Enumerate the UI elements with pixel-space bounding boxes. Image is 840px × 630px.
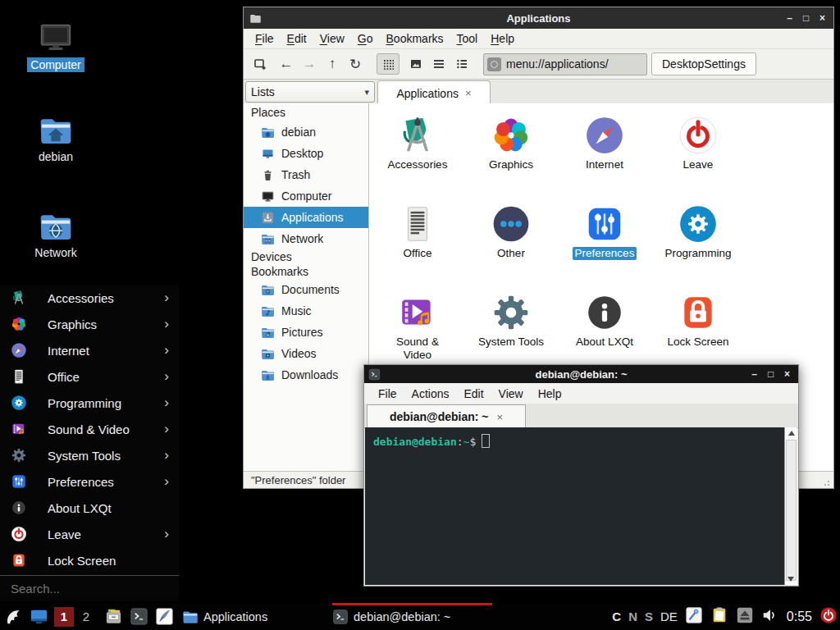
app-category-sound-video[interactable]: Sound & Video bbox=[371, 287, 464, 376]
start-menu-item-lock-screen[interactable]: Lock Screen bbox=[0, 547, 179, 573]
menu-file[interactable]: File bbox=[371, 387, 404, 400]
sidebar-item-documents[interactable]: Documents bbox=[244, 279, 368, 300]
terminal-scrollbar[interactable] bbox=[784, 427, 797, 585]
terminal-launcher[interactable] bbox=[129, 607, 148, 627]
app-category-system-tools[interactable]: System Tools bbox=[464, 287, 558, 376]
path-bar[interactable]: menu://applications/ bbox=[483, 53, 647, 75]
file-manager-launcher[interactable] bbox=[103, 607, 123, 627]
sidebar-item-computer[interactable]: Computer bbox=[244, 185, 368, 207]
clipboard-tray-button[interactable] bbox=[710, 606, 728, 628]
start-menu-item-accessories[interactable]: Accessories › bbox=[0, 285, 179, 311]
menu-help[interactable]: Help bbox=[531, 387, 569, 400]
minimize-button[interactable]: – bbox=[748, 368, 760, 380]
compact-view-button[interactable] bbox=[427, 53, 450, 75]
app-category-preferences[interactable]: Preferences bbox=[558, 199, 651, 287]
sidebar-item-videos[interactable]: Videos bbox=[244, 343, 368, 364]
start-menu-button[interactable] bbox=[3, 607, 23, 627]
menu-view[interactable]: View bbox=[491, 387, 531, 400]
removable-media-button[interactable] bbox=[736, 606, 754, 628]
menu-view[interactable]: View bbox=[313, 32, 351, 45]
sidebar-item-applications[interactable]: Applications bbox=[244, 207, 368, 228]
app-category-other[interactable]: Other bbox=[464, 199, 558, 287]
side-pane-mode-combo[interactable]: Lists ▾ bbox=[245, 81, 375, 103]
desktop-icon-network[interactable]: Network bbox=[16, 209, 95, 260]
volume-button[interactable] bbox=[761, 606, 779, 628]
start-menu-item-sound-video[interactable]: Sound & Video › bbox=[0, 416, 179, 442]
sidebar-item-trash[interactable]: Trash bbox=[244, 164, 368, 185]
back-button[interactable]: ← bbox=[275, 53, 298, 75]
reload-button[interactable]: ↻ bbox=[344, 53, 367, 75]
menu-go[interactable]: Go bbox=[351, 32, 380, 45]
forward-button[interactable]: → bbox=[298, 53, 321, 75]
start-menu-item-programming[interactable]: Programming › bbox=[0, 390, 179, 416]
scrollbar-thumb[interactable] bbox=[786, 440, 797, 581]
sidebar-item-desktop[interactable]: Desktop bbox=[244, 143, 368, 164]
start-menu-search[interactable] bbox=[0, 575, 179, 600]
app-category-office[interactable]: Office bbox=[371, 199, 464, 287]
app-category-internet[interactable]: Internet bbox=[558, 110, 651, 199]
menu-tool[interactable]: Tool bbox=[450, 32, 485, 45]
terminal-screen[interactable]: debian@debian:~$ bbox=[365, 427, 797, 585]
scroll-down-icon[interactable] bbox=[788, 577, 794, 582]
sidebar-item-music[interactable]: Music bbox=[244, 300, 368, 322]
tab-close-icon[interactable]: × bbox=[465, 87, 472, 99]
scrolllock-indicator[interactable]: S bbox=[645, 609, 653, 623]
menu-edit[interactable]: Edit bbox=[281, 32, 313, 45]
start-menu-item-graphics[interactable]: Graphics › bbox=[0, 311, 179, 337]
app-category-about-lxqt[interactable]: About LXQt bbox=[558, 287, 651, 376]
start-menu-item-leave[interactable]: Leave › bbox=[0, 521, 179, 547]
icon-view-button[interactable] bbox=[377, 53, 399, 75]
up-button[interactable]: ↑ bbox=[321, 53, 344, 75]
task-button-terminal[interactable]: debian@debian: ~ bbox=[332, 603, 492, 630]
start-menu-item-preferences[interactable]: Preferences › bbox=[0, 468, 179, 495]
app-category-programming[interactable]: Programming bbox=[651, 199, 745, 287]
sidebar-item-debian[interactable]: debian bbox=[244, 121, 368, 143]
close-button[interactable]: × bbox=[781, 368, 793, 380]
app-category-graphics[interactable]: Graphics bbox=[464, 110, 558, 199]
sidebar-item-pictures[interactable]: Pictures bbox=[244, 322, 368, 343]
tab-applications[interactable]: Applications × bbox=[377, 80, 491, 105]
tab-close-icon[interactable]: × bbox=[497, 411, 504, 423]
desktop-icon-computer[interactable]: Computer bbox=[16, 18, 95, 72]
start-menu-item-office[interactable]: Office › bbox=[0, 363, 179, 390]
menu-file[interactable]: File bbox=[249, 32, 281, 45]
desktop-settings-button[interactable]: DesktopSettings bbox=[651, 52, 756, 75]
search-input[interactable] bbox=[0, 581, 160, 596]
sidebar-item-downloads[interactable]: Downloads bbox=[244, 364, 368, 386]
menu-actions[interactable]: Actions bbox=[404, 387, 457, 400]
menu-edit[interactable]: Edit bbox=[456, 387, 491, 400]
menu-help[interactable]: Help bbox=[484, 32, 521, 45]
numlock-indicator[interactable]: N bbox=[628, 609, 637, 623]
thumbnail-view-button[interactable] bbox=[404, 53, 427, 75]
new-tab-button[interactable] bbox=[249, 53, 272, 75]
minimize-button[interactable]: – bbox=[783, 12, 796, 24]
detailed-list-view-button[interactable] bbox=[450, 53, 473, 75]
terminal-titlebar[interactable]: debian@debian: ~ – □ × bbox=[364, 365, 798, 383]
terminal-tab[interactable]: debian@debian: ~ × bbox=[367, 404, 526, 428]
keyboard-layout-indicator[interactable]: DE bbox=[660, 609, 678, 623]
maximize-button[interactable]: □ bbox=[800, 12, 812, 24]
menu-bookmarks[interactable]: Bookmarks bbox=[380, 32, 450, 45]
screenshot-tray-button[interactable] bbox=[685, 606, 703, 628]
app-category-lock-screen[interactable]: Lock Screen bbox=[651, 287, 745, 376]
workspace-2-button[interactable]: 2 bbox=[80, 607, 93, 627]
leave-button[interactable] bbox=[819, 606, 838, 628]
clock[interactable]: 0:55 bbox=[787, 609, 812, 624]
file-manager-titlebar[interactable]: Applications – □ × bbox=[244, 7, 833, 29]
start-menu-item-internet[interactable]: Internet › bbox=[0, 337, 179, 363]
resize-grip[interactable] bbox=[824, 478, 832, 486]
close-button[interactable]: × bbox=[816, 12, 829, 24]
maximize-button[interactable]: □ bbox=[765, 368, 777, 380]
app-category-accessories[interactable]: Accessories bbox=[371, 110, 464, 199]
show-desktop-button[interactable] bbox=[29, 607, 48, 627]
desktop-icon-debian[interactable]: debian bbox=[16, 113, 95, 164]
start-menu-item-about-lxqt[interactable]: About LXQt bbox=[0, 495, 179, 521]
task-button-applications[interactable]: Applications bbox=[182, 603, 322, 630]
text-editor-launcher[interactable] bbox=[154, 607, 174, 627]
workspace-1-button[interactable]: 1 bbox=[54, 607, 74, 627]
app-category-leave[interactable]: Leave bbox=[651, 110, 745, 199]
start-menu-item-system-tools[interactable]: System Tools › bbox=[0, 442, 179, 468]
capslock-indicator[interactable]: C bbox=[612, 609, 621, 623]
sidebar-item-network[interactable]: Network bbox=[244, 228, 368, 249]
scroll-up-icon[interactable] bbox=[785, 427, 797, 439]
